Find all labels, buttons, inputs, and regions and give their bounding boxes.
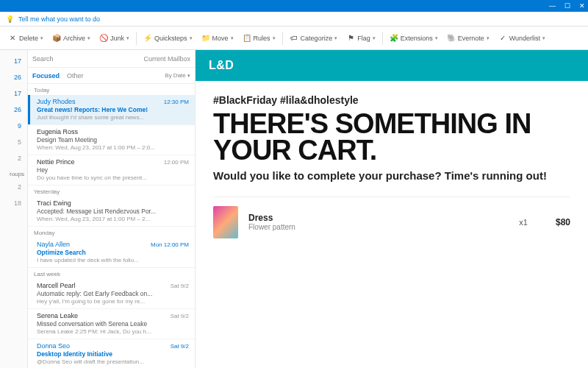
- message-preview: @Donna Seo will draft the presentation..…: [37, 358, 189, 365]
- message-group-header: Today: [28, 84, 195, 95]
- folder-item[interactable]: 2: [0, 179, 27, 195]
- inbox-tabs: Focused Other By Date ▾: [28, 68, 195, 84]
- chevron-down-icon: ▾: [190, 35, 193, 41]
- message-time: Mon 12:00 PM: [151, 241, 189, 248]
- product-description: Flower pattern: [248, 223, 509, 231]
- extensions-icon: 🧩: [390, 34, 398, 43]
- tell-me-bar[interactable]: 💡 Tell me what you want to do: [0, 12, 588, 26]
- reading-pane: L&D #BlackFriday #lila&dholestyle THERE'…: [196, 50, 588, 368]
- tool-extensions[interactable]: 🧩Extensions▾: [386, 32, 442, 45]
- tab-focused[interactable]: Focused: [32, 72, 60, 79]
- product-image: [213, 206, 238, 238]
- message-time: Sat 9/2: [171, 283, 189, 289]
- email-headline: THERE'S SOMETHING IN YOUR CART.: [213, 110, 570, 163]
- tool-move[interactable]: 📁Move▾: [198, 32, 237, 45]
- message-group-header: Monday: [28, 227, 195, 238]
- message-subject: Automatic reply: Get Early Feedback on..…: [37, 290, 189, 297]
- message-subject: Accepted: Message List Rendezvous Por...: [37, 208, 189, 215]
- search-label: Search: [32, 55, 54, 63]
- folder-group-label: roups: [0, 166, 27, 179]
- message-item[interactable]: Eugenia RossDesign Team MeetingWhen: Wed…: [28, 125, 195, 155]
- tool-archive[interactable]: 📦Archive▾: [49, 32, 94, 45]
- message-from: Donna SeoSat 9/2: [37, 342, 189, 350]
- maximize-button[interactable]: ☐: [564, 2, 570, 10]
- message-time: Sat 9/2: [171, 313, 189, 319]
- product-quantity: x1: [519, 218, 528, 227]
- sort-dropdown[interactable]: By Date ▾: [165, 72, 190, 79]
- tab-other[interactable]: Other: [67, 72, 84, 79]
- message-group-header: Last week: [28, 268, 195, 279]
- message-item[interactable]: Traci EwingAccepted: Message List Rendez…: [28, 197, 195, 227]
- message-from: Nayla AllenMon 12:00 PM: [37, 241, 189, 248]
- message-preview: When: Wed, Aug 23, 2017 at 1:00 PM – 2:0…: [37, 144, 189, 151]
- tell-me-text: Tell me what you want to do: [18, 15, 100, 23]
- message-preview: Serena Leake 2:25 PM: Hi Jack, Do you h.…: [37, 328, 189, 335]
- titlebar: — ☐ ✕: [0, 0, 588, 12]
- main-area: 17261726952roups218 Search Current Mailb…: [0, 50, 588, 368]
- message-list-pane: Search Current Mailbox Focused Other By …: [28, 50, 196, 368]
- chevron-down-icon: ▾: [40, 35, 43, 41]
- email-hashtags: #BlackFriday #lila&dholestyle: [213, 94, 570, 106]
- tool-quicksteps[interactable]: ⚡Quicksteps▾: [140, 32, 196, 45]
- message-item[interactable]: Donna SeoSat 9/2Desktop Identity Initiat…: [28, 339, 195, 368]
- folder-item[interactable]: 17: [0, 85, 27, 102]
- message-list[interactable]: TodayJudy Rhodes12:30 PMGreat news! Repo…: [28, 84, 195, 368]
- categorize-icon: 🏷: [290, 34, 298, 43]
- message-search-bar[interactable]: Search Current Mailbox: [28, 50, 195, 68]
- lightbulb-icon: 💡: [6, 15, 14, 23]
- message-preview: I have updated the deck with the follo..…: [37, 257, 189, 263]
- rules-icon: 📋: [243, 34, 251, 43]
- product-info: Dress Flower pattern: [248, 213, 509, 231]
- chevron-down-icon: ▾: [373, 35, 376, 41]
- tool-delete[interactable]: ✕Delete▾: [4, 32, 47, 45]
- message-time: Sat 9/2: [171, 343, 189, 350]
- close-button[interactable]: ✕: [579, 2, 585, 10]
- message-item[interactable]: Serena LeakeSat 9/2Missed conversation w…: [28, 309, 195, 339]
- message-time: 12:30 PM: [164, 99, 189, 105]
- ribbon-toolbar: ✕Delete▾📦Archive▾🚫Junk▾⚡Quicksteps▾📁Move…: [0, 26, 588, 50]
- message-subject: Missed conversation with Serena Leake: [37, 320, 189, 328]
- folder-item[interactable]: 26: [0, 69, 27, 85]
- junk-icon: 🚫: [99, 34, 108, 43]
- chevron-down-icon: ▾: [334, 35, 337, 41]
- message-preview: Do you have time to sync on the present.…: [37, 174, 189, 181]
- message-from: Serena LeakeSat 9/2: [37, 312, 189, 319]
- message-item[interactable]: Marcell PearlSat 9/2Automatic reply: Get…: [28, 279, 195, 309]
- tool-evernote[interactable]: 🐘Evernote▾: [443, 32, 493, 45]
- message-group-header: Yesterday: [28, 185, 195, 197]
- message-item[interactable]: Nettie Prince12:00 PMHeyDo you have time…: [28, 155, 195, 185]
- message-subject: Desktop Identity Initiative: [37, 350, 189, 358]
- evernote-icon: 🐘: [447, 34, 456, 43]
- chevron-down-icon: ▾: [435, 35, 438, 41]
- tool-rules[interactable]: 📋Rules▾: [239, 32, 279, 45]
- chevron-down-icon: ▾: [542, 35, 545, 41]
- quicksteps-icon: ⚡: [143, 34, 152, 43]
- chevron-down-icon: ▾: [87, 35, 90, 41]
- folder-item[interactable]: 9: [0, 118, 27, 134]
- cart-product-row[interactable]: Dress Flower pattern x1 $80: [213, 197, 570, 238]
- chevron-down-icon: ▾: [231, 35, 234, 41]
- tool-wunderlist[interactable]: ✓Wunderlist▾: [495, 32, 549, 45]
- message-subject: Great news! Reports: Here We Come!: [37, 106, 189, 113]
- minimize-button[interactable]: —: [549, 2, 556, 10]
- outlook-window: — ☐ ✕ 💡 Tell me what you want to do ✕Del…: [0, 0, 588, 368]
- message-preview: When: Wed, Aug 23, 2017 at 1:00 PM – 2..…: [37, 216, 189, 222]
- message-subject: Optimize Search: [37, 249, 189, 256]
- message-subject: Hey: [37, 166, 189, 174]
- folder-item[interactable]: 5: [0, 134, 27, 150]
- message-item[interactable]: Judy Rhodes12:30 PMGreat news! Reports: …: [28, 95, 195, 125]
- tool-categorize[interactable]: 🏷Categorize▾: [286, 32, 342, 45]
- delete-icon: ✕: [8, 34, 17, 43]
- folder-item[interactable]: 18: [0, 195, 27, 211]
- folder-item[interactable]: 17: [0, 53, 27, 69]
- tool-flag[interactable]: ⚑Flag▾: [343, 32, 379, 45]
- message-time: 12:00 PM: [164, 159, 189, 166]
- folder-item[interactable]: 2: [0, 150, 27, 166]
- chevron-down-icon: ▾: [126, 35, 129, 41]
- message-from: Marcell PearlSat 9/2: [37, 282, 189, 289]
- tool-junk[interactable]: 🚫Junk▾: [96, 32, 133, 45]
- message-item[interactable]: Nayla AllenMon 12:00 PMOptimize SearchI …: [28, 238, 195, 268]
- message-from: Nettie Prince12:00 PM: [37, 158, 189, 166]
- folder-item[interactable]: 26: [0, 102, 27, 118]
- chevron-down-icon: ▾: [187, 73, 190, 78]
